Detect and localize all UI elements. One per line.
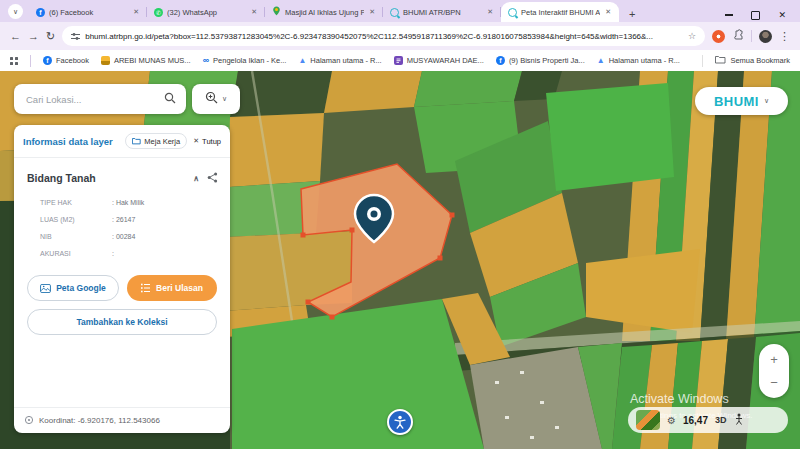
close-tab-icon[interactable]: ✕ — [250, 8, 258, 16]
site-settings-icon[interactable] — [71, 27, 80, 45]
bookmark-star-icon[interactable]: ☆ — [688, 31, 696, 41]
url-text: bhumi.atrbpn.go.id/peta?bbox=112.5379387… — [85, 32, 683, 41]
orange-profile-icon[interactable] — [712, 30, 725, 43]
google-ads-icon: ▲ — [597, 57, 605, 65]
whatsapp-icon: ✆ — [154, 8, 163, 17]
bookmark-label: Halaman utama - R... — [609, 56, 680, 65]
bookmark-musyawarah[interactable]: MUSYAWARAH DAE... — [394, 56, 484, 65]
peta-google-label: Peta Google — [56, 283, 106, 293]
beri-ulasan-button[interactable]: Beri Ulasan — [127, 275, 217, 301]
tab-peta-interaktif-active[interactable]: Peta Interaktif BHUMI ATR/B ✕ — [501, 2, 619, 22]
gear-icon[interactable]: ⚙ — [667, 415, 676, 426]
mode-3d-toggle[interactable]: 3D — [715, 415, 727, 425]
bhumi-logo-button[interactable]: BHUMI ∨ — [695, 87, 788, 115]
basemap-thumbnail[interactable] — [636, 410, 660, 430]
coordinate-bar: Koordinat: -6.920176, 112.543066 — [14, 407, 230, 433]
panel-buttons: Peta Google Beri Ulasan — [14, 267, 230, 301]
tab-strip: ∨ f (6) Facebook ✕ ✆ (32) WhatsApp ✕ Mas… — [0, 0, 800, 22]
close-icon: ✕ — [193, 137, 199, 145]
target-icon — [24, 415, 34, 427]
back-icon[interactable]: ← — [10, 30, 21, 42]
close-tab-icon[interactable]: ✕ — [604, 8, 612, 16]
arebi-icon — [101, 56, 110, 65]
share-icon[interactable] — [207, 169, 218, 187]
zoom-out-button[interactable]: − — [770, 376, 778, 389]
map-scale-value: 16,47 — [683, 415, 708, 426]
profile-avatar[interactable] — [759, 30, 772, 43]
tab-facebook[interactable]: f (6) Facebook ✕ — [29, 2, 147, 22]
activate-windows-watermark: Activate Windows — [630, 392, 729, 406]
toolbar-divider — [751, 30, 752, 42]
bookmark-facebook[interactable]: f Facebook — [43, 56, 89, 65]
accessibility-person-icon — [393, 415, 407, 429]
new-tab-button[interactable]: + — [629, 8, 635, 20]
facebook-icon: f — [36, 8, 45, 17]
field-value: : — [112, 250, 114, 257]
tab-label: BHUMI ATR/BPN — [403, 8, 482, 17]
address-bar[interactable]: bhumi.atrbpn.go.id/peta?bbox=112.5379387… — [62, 26, 705, 46]
all-bookmarks-button[interactable]: Semua Bookmark — [715, 55, 790, 66]
facebook-icon: f — [496, 56, 505, 65]
close-tab-icon[interactable]: ✕ — [486, 8, 494, 16]
search-icon[interactable] — [164, 90, 176, 108]
tab-bhumi[interactable]: BHUMI ATR/BPN ✕ — [383, 2, 501, 22]
tutup-button[interactable]: ✕ Tutup — [193, 137, 221, 146]
panel-spacer — [14, 335, 230, 407]
tab-whatsapp[interactable]: ✆ (32) WhatsApp ✕ — [147, 2, 265, 22]
field-label: NIB — [40, 233, 112, 240]
field-value: : Hak Milik — [112, 199, 144, 206]
map-zoom-control: + − — [759, 344, 789, 398]
bookmark-label: Halaman utama - R... — [310, 56, 381, 65]
forward-icon[interactable]: → — [28, 30, 39, 42]
window-close-icon[interactable]: ✕ — [778, 10, 786, 20]
bookmarks-divider — [702, 55, 703, 67]
collapse-chevron-icon[interactable]: ∧ — [193, 174, 199, 183]
zoom-in-button[interactable]: + — [770, 353, 778, 366]
bookmark-label: Facebook — [56, 56, 89, 65]
maximize-icon[interactable] — [751, 11, 760, 20]
field-value: : 26147 — [112, 216, 135, 223]
bhumi-logo-text: BHUMI — [714, 94, 759, 109]
meja-kerja-button[interactable]: Meja Kerja — [125, 133, 187, 149]
bidang-tanah-header: Bidang Tanah ∧ — [14, 158, 230, 191]
meta-infinity-icon: ∞ — [203, 56, 209, 65]
peta-google-button[interactable]: Peta Google — [27, 275, 119, 301]
tab-search-button[interactable]: ∨ — [8, 4, 23, 19]
tab-label: Masjid Al Ikhlas Ujung Pangi — [285, 8, 364, 17]
section-title: Bidang Tanah — [27, 172, 185, 184]
panel-header: Informasi data layer Meja Kerja ✕ Tutup — [14, 125, 230, 158]
accessibility-button[interactable] — [387, 409, 413, 435]
minimize-icon[interactable] — [725, 14, 733, 16]
bookmark-arebi[interactable]: AREBI MUNAS MUS... — [101, 56, 191, 65]
koordinat-text: Koordinat: -6.920176, 112.543066 — [39, 416, 160, 425]
bookmarks-divider — [30, 55, 31, 67]
bookmark-label: Pengelola Iklan - Ke... — [213, 56, 286, 65]
search-plus-icon — [205, 90, 218, 108]
tab-masjid-maps[interactable]: Masjid Al Ikhlas Ujung Pangi ✕ — [265, 2, 383, 22]
field-value: : 00284 — [112, 233, 135, 240]
field-label: LUAS (M2) — [40, 216, 112, 223]
bookmark-halaman-utama-2[interactable]: ▲ Halaman utama - R... — [597, 56, 680, 65]
bookmarks-bar: f Facebook AREBI MUNAS MUS... ∞ Pengelol… — [0, 50, 800, 71]
bookmark-pengelola-iklan[interactable]: ∞ Pengelola Iklan - Ke... — [203, 56, 287, 65]
map-image-icon — [40, 284, 51, 293]
close-tab-icon[interactable]: ✕ — [368, 8, 376, 16]
kebab-menu-icon[interactable]: ⋮ — [779, 30, 790, 43]
bookmark-halaman-utama-1[interactable]: ▲ Halaman utama - R... — [298, 56, 381, 65]
reload-icon[interactable]: ↻ — [46, 30, 55, 43]
bookmark-bisnis-properti[interactable]: f (9) Bisnis Properti Ja... — [496, 56, 585, 65]
search-input[interactable] — [24, 93, 158, 106]
location-search-bar — [14, 84, 186, 114]
bookmark-label: AREBI MUNAS MUS... — [114, 56, 191, 65]
chevron-down-icon: ∨ — [764, 97, 769, 105]
extensions-puzzle-icon[interactable] — [732, 27, 744, 45]
apps-grid-icon[interactable] — [10, 57, 18, 65]
compass-person-icon[interactable] — [734, 411, 744, 429]
tambahkan-ke-koleksi-button[interactable]: Tambahkan ke Koleksi — [27, 309, 217, 335]
field-label: AKURASI — [40, 250, 112, 257]
field-row: NIB : 00284 — [40, 233, 218, 240]
close-tab-icon[interactable]: ✕ — [132, 8, 140, 16]
chevron-down-icon: ∨ — [222, 95, 227, 103]
field-row: LUAS (M2) : 26147 — [40, 216, 218, 223]
advanced-search-button[interactable]: ∨ — [192, 84, 240, 114]
